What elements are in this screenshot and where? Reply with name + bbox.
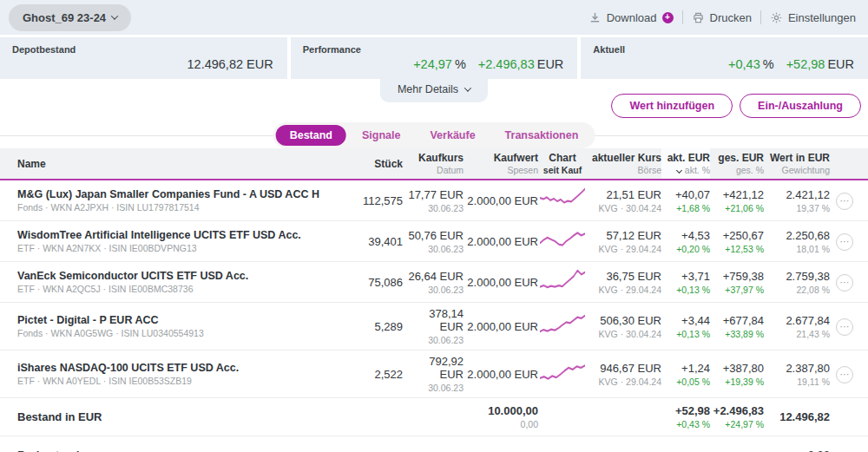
total-akt-eur: +52,98+0,43 % [661, 404, 710, 429]
cell-kaufkurs: 792,92 EUR30.06.23 [403, 355, 464, 393]
print-button[interactable]: Drucken [692, 11, 752, 24]
cell-stueck: 2,522 [335, 368, 403, 381]
card-value: +24,97%+2.496,83EUR [303, 57, 564, 71]
cell-kaufkurs: 50,76 EUR30.06.23 [403, 229, 464, 254]
col-name[interactable]: Name [17, 158, 335, 170]
download-button[interactable]: Download + [589, 11, 674, 24]
cell-akt-eur: +4,53+0,20 % [661, 229, 710, 254]
sparkline-chart[interactable] [540, 226, 585, 253]
total-ges-eur: +2.496,83+24,97 % [710, 404, 764, 429]
row-options-button[interactable]: ⋯ [836, 318, 853, 336]
sparkline-chart[interactable] [540, 311, 585, 338]
col-wert-in-eur[interactable]: Wert in EURGewichtung [764, 152, 830, 175]
table-row: VanEck Semiconductor UCITS ETF USD Acc.E… [0, 262, 868, 303]
instrument-meta: ETF · WKN A2N7KX · ISIN IE00BDVPNG13 [17, 243, 335, 253]
cell-kurs: 506,30 EURKVG · 30.04.24 [587, 314, 661, 339]
cell-kaufkurs: 378,14 EUR30.06.23 [403, 307, 464, 345]
cell-akt-eur: +1,24+0,05 % [661, 362, 710, 387]
card-value: 12.496,82 EUR [12, 57, 273, 71]
chevron-down-icon [111, 12, 118, 19]
col-akt-eur-sorted[interactable]: akt. EURakt. % [661, 148, 710, 179]
cell-kaufwert: 2.000,00 EUR [464, 276, 538, 289]
card-label: Performance [303, 44, 564, 55]
summary-cards: Depotbestand 12.496,82 EUR Performance +… [0, 37, 868, 79]
topbar: Ghost_69 23-24 Download + Drucken Einste… [0, 0, 868, 35]
totals-row-bestand: Bestand in EUR 10.000,000,00 +52,98+0,43… [0, 398, 868, 436]
cell-wert: 2.677,8421,43 % [764, 314, 830, 339]
cell-kaufwert: 2.000,00 EUR [464, 368, 538, 381]
portfolio-name: Ghost_69 23-24 [23, 11, 106, 24]
pay-in-out-button[interactable]: Ein-/Auszahlung [740, 94, 861, 118]
sort-chevron-icon [676, 167, 682, 174]
row-options-button[interactable]: ⋯ [836, 274, 853, 292]
plus-badge-icon: + [662, 12, 674, 23]
instrument-name[interactable]: M&G (Lux) Japan Smaller Companies Fund -… [17, 188, 335, 200]
tabs-bar: Bestand Signale Verkäufe Transaktionen [0, 122, 868, 148]
cell-kaufwert: 2.000,00 EUR [464, 320, 538, 333]
tab-transaktionen[interactable]: Transaktionen [491, 125, 593, 146]
instrument-name[interactable]: Pictet - Digital - P EUR ACC [17, 314, 335, 326]
holdings-table: Name Stück KaufkursDatum KaufwertSpesen … [0, 148, 868, 452]
divider [760, 10, 761, 24]
table-row: iShares NASDAQ-100 UCITS ETF USD Acc.ETF… [0, 350, 868, 398]
col-ges-eur[interactable]: ges. EURges. % [710, 152, 764, 175]
sparkline-chart[interactable] [540, 358, 585, 386]
cell-kurs: 946,67 EURKVG · 29.04.24 [587, 362, 661, 387]
portfolio-selector[interactable]: Ghost_69 23-24 [9, 4, 131, 31]
cell-stueck: 5,289 [335, 320, 403, 333]
col-kaufwert[interactable]: KaufwertSpesen [464, 152, 538, 175]
col-aktueller-kurs[interactable]: aktueller KursBörse [587, 152, 661, 175]
tab-group: Bestand Signale Verkäufe Transaktionen [273, 122, 595, 148]
cell-ges-eur: +759,38+37,97 % [710, 270, 764, 295]
barbestand-wert: 0,00 [764, 449, 830, 452]
instrument-name[interactable]: VanEck Semiconductor UCITS ETF USD Acc. [17, 270, 335, 282]
table-row: Pictet - Digital - P EUR ACCFonds · WKN … [0, 303, 868, 350]
card-performance: Performance +24,97%+2.496,83EUR [291, 37, 578, 79]
row-options-button[interactable]: ⋯ [836, 193, 853, 210]
portfolio-action-buttons: Wert hinzufügen Ein-/Auszahlung [611, 94, 861, 118]
sparkline-chart[interactable] [540, 266, 585, 294]
card-label: Aktuell [593, 44, 854, 55]
instrument-meta: Fonds · WKN A0G5WG · ISIN LU0340554913 [17, 328, 335, 338]
cell-kaufwert: 2.000,00 EUR [464, 235, 538, 248]
instrument-name[interactable]: WisdomTree Artificial Intelligence UCITS… [17, 229, 335, 241]
cell-stueck: 39,401 [335, 235, 403, 248]
cell-wert: 2.387,8019,11 % [764, 362, 830, 387]
cell-ges-eur: +250,67+12,53 % [710, 229, 764, 254]
topbar-actions: Download + Drucken Einstellungen [589, 10, 856, 24]
instrument-meta: ETF · WKN A2QC5J · ISIN IE00BMC38736 [17, 284, 335, 294]
chevron-down-icon [464, 84, 471, 91]
cell-wert: 2.250,6818,01 % [764, 229, 830, 254]
instrument-meta: ETF · WKN A0YEDL · ISIN IE00B53SZB19 [17, 376, 335, 386]
tab-verkaeufe[interactable]: Verkäufe [416, 125, 489, 146]
card-aktuell: Aktuell +0,43%+52,98EUR [581, 37, 868, 79]
download-icon [589, 11, 602, 24]
cell-kaufkurs: 17,77 EUR30.06.23 [403, 188, 464, 213]
cell-akt-eur: +40,07+1,68 % [661, 188, 710, 213]
instrument-name[interactable]: iShares NASDAQ-100 UCITS ETF USD Acc. [17, 362, 335, 374]
table-header: Name Stück KaufkursDatum KaufwertSpesen … [0, 148, 868, 180]
divider [682, 10, 683, 24]
instrument-meta: Fonds · WKN A2JPXH · ISIN LU1797817514 [17, 202, 335, 213]
cell-kurs: 21,51 EURKVG · 30.04.24 [587, 188, 661, 213]
sparkline-chart[interactable] [540, 185, 585, 213]
cell-kurs: 57,12 EURKVG · 29.04.24 [587, 229, 661, 254]
sub-header-row: Mehr Details Wert hinzufügen Ein-/Auszah… [0, 79, 868, 121]
col-kaufkurs[interactable]: KaufkursDatum [403, 152, 464, 175]
col-chart[interactable]: Chartseit Kauf [538, 152, 587, 175]
add-value-button[interactable]: Wert hinzufügen [611, 94, 733, 118]
cell-stueck: 75,086 [335, 276, 403, 289]
row-options-button[interactable]: ⋯ [836, 366, 853, 383]
more-details-button[interactable]: Mehr Details [380, 79, 488, 102]
col-stueck[interactable]: Stück [335, 158, 403, 170]
cell-wert: 2.421,1219,37 % [764, 188, 830, 213]
row-options-button[interactable]: ⋯ [836, 233, 853, 251]
cell-ges-eur: +677,84+33,89 % [710, 314, 764, 339]
total-wert: 12.496,82 [764, 410, 830, 423]
cell-kaufkurs: 26,64 EUR30.06.23 [403, 270, 464, 295]
cell-akt-eur: +3,44+0,13 % [661, 314, 710, 339]
cell-stueck: 112,575 [335, 194, 403, 207]
settings-button[interactable]: Einstellungen [770, 11, 856, 24]
tab-signale[interactable]: Signale [348, 125, 414, 146]
tab-bestand[interactable]: Bestand [276, 125, 346, 146]
